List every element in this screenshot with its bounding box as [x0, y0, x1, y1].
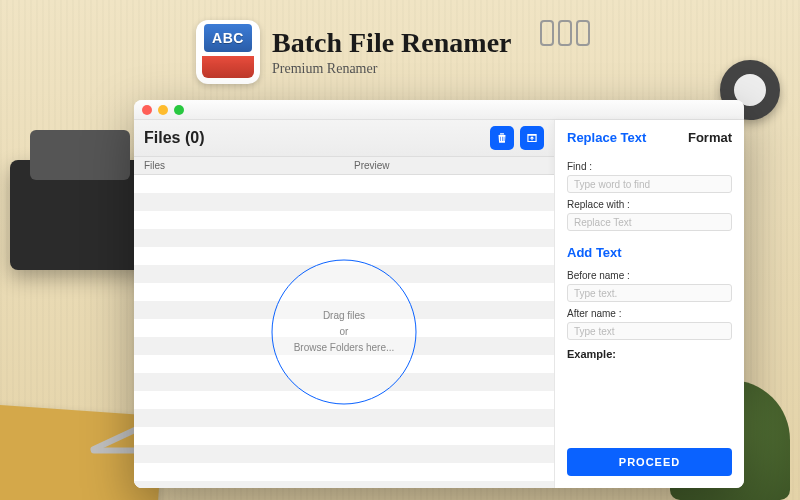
before-name-input[interactable]: [567, 284, 732, 302]
file-list-area[interactable]: Drag files or Browse Folders here...: [134, 175, 554, 488]
files-pane: Files (0) Files Preview Drag files or: [134, 120, 554, 488]
window-titlebar: [134, 100, 744, 120]
app-title: Batch File Renamer: [272, 27, 512, 59]
after-name-label: After name :: [567, 308, 732, 319]
replace-with-input[interactable]: [567, 213, 732, 231]
dropzone[interactable]: Drag files or Browse Folders here...: [272, 259, 417, 404]
app-icon: ABC: [196, 20, 260, 84]
options-panel: Replace Text Format Find : Replace with …: [554, 120, 744, 488]
example-label: Example:: [567, 348, 732, 360]
main-window: Files (0) Files Preview Drag files or: [134, 100, 744, 488]
column-preview: Preview: [344, 157, 554, 174]
tab-format[interactable]: Format: [688, 130, 732, 145]
dropzone-line1: Drag files: [323, 308, 365, 324]
column-headers: Files Preview: [134, 157, 554, 175]
close-icon[interactable]: [142, 105, 152, 115]
before-name-label: Before name :: [567, 270, 732, 281]
paperclips-prop: [540, 20, 600, 50]
app-icon-tray: [202, 56, 254, 78]
browse-button[interactable]: [520, 126, 544, 150]
dropzone-line2: or: [340, 324, 349, 340]
files-header: Files (0): [134, 120, 554, 157]
zoom-icon[interactable]: [174, 105, 184, 115]
app-subtitle: Premium Renamer: [272, 61, 512, 77]
find-input[interactable]: [567, 175, 732, 193]
proceed-button[interactable]: PROCEED: [567, 448, 732, 476]
after-name-input[interactable]: [567, 322, 732, 340]
dropzone-line3: Browse Folders here...: [294, 340, 395, 356]
delete-button[interactable]: [490, 126, 514, 150]
app-header: ABC Batch File Renamer Premium Renamer: [196, 20, 512, 84]
column-files: Files: [134, 157, 344, 174]
find-label: Find :: [567, 161, 732, 172]
add-text-section: Add Text: [567, 245, 732, 260]
stamp-prop: [10, 160, 150, 270]
browse-icon: [525, 131, 539, 145]
replace-with-label: Replace with :: [567, 199, 732, 210]
trash-icon: [495, 131, 509, 145]
panel-tabs: Replace Text Format: [567, 130, 732, 145]
tab-replace-text[interactable]: Replace Text: [567, 130, 646, 145]
files-heading: Files (0): [144, 129, 204, 147]
minimize-icon[interactable]: [158, 105, 168, 115]
app-icon-text: ABC: [204, 24, 252, 52]
